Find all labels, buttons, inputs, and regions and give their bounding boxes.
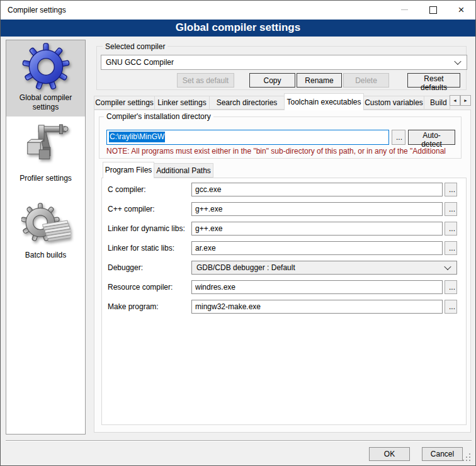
compiler-settings-dialog: Compiler settings × Global compiler sett… [0,0,476,466]
close-button[interactable]: × [447,1,475,19]
field-label: Linker for static libs: [108,241,190,255]
browse-button[interactable]: ... [445,300,457,314]
caliper-icon [21,121,71,171]
reset-defaults-button[interactable]: Reset defaults [407,73,460,88]
debugger-combobox-value: GDB/CDB debugger : Default [196,261,295,274]
tab-compiler-settings[interactable]: Compiler settings [94,96,155,110]
tab-search-directories[interactable]: Search directories [209,96,285,110]
field-label: Resource compiler: [108,280,190,294]
browse-button[interactable]: ... [445,222,457,236]
cpp-compiler-input[interactable] [191,202,443,216]
field-label: C compiler: [108,183,190,196]
sidebar-item-label: Global compiler settings [6,93,85,112]
c-compiler-input[interactable] [191,183,443,196]
field-label: Linker for dynamic libs: [108,222,190,236]
gray-gear-stack-icon [21,201,71,249]
chevron-down-icon [454,58,461,65]
rename-button[interactable]: Rename [297,73,342,88]
compiler-combobox-value: GNU GCC Compiler [106,55,174,69]
cancel-button[interactable]: Cancel [422,447,463,461]
page-title: Global compiler settings [1,20,475,37]
sidebar-item-label: Batch builds [6,251,85,260]
copy-button[interactable]: Copy [249,73,295,88]
field-label: Debugger: [108,261,190,275]
window-title: Compiler settings [8,1,66,20]
selected-compiler-group-label: Selected compiler [103,42,167,51]
blue-gear-icon [22,43,70,91]
settings-category-list: Global compiler settings Profiler settin… [6,40,86,435]
footer-divider [6,440,472,441]
delete-button: Delete [343,73,389,88]
installation-directory-group-label: Compiler's installation directory [104,112,213,121]
tab-toolchain-executables[interactable]: Toolchain executables [284,93,364,110]
install-dir-input[interactable]: C:\raylib\MinGW [106,130,389,145]
ok-button[interactable]: OK [369,447,410,461]
minimize-icon [401,9,408,10]
compiler-combobox[interactable]: GNU GCC Compiler [101,55,467,70]
browse-button[interactable]: ... [445,241,457,255]
browse-button[interactable]: ... [445,183,457,196]
debugger-combobox[interactable]: GDB/CDB debugger : Default [191,261,457,275]
close-icon: × [458,4,465,15]
sidebar-item-label: Profiler settings [6,174,85,183]
auto-detect-button[interactable]: Auto-detect [408,130,455,145]
tab-scroll-right-icon[interactable]: ► [460,95,471,106]
dynamic-linker-input[interactable] [191,222,443,236]
static-linker-input[interactable] [191,241,443,255]
note-text: NOTE: All programs must exist either in … [106,147,467,156]
resize-grip[interactable] [469,460,470,461]
make-program-input[interactable] [191,300,443,314]
tab-linker-settings[interactable]: Linker settings [154,96,210,110]
set-as-default-button: Set as default [177,73,234,88]
field-label: Make program: [108,300,190,314]
browse-button[interactable]: ... [445,280,457,294]
chevron-down-icon [444,263,451,270]
minimize-button [390,1,419,19]
tab-build-options[interactable]: Build [424,96,450,110]
resource-compiler-input[interactable] [191,280,443,294]
maximize-button[interactable] [419,1,447,19]
tab-scroll-left-icon[interactable]: ◄ [450,95,460,106]
subtab-additional-paths[interactable]: Additional Paths [154,163,213,178]
browse-button[interactable]: ... [445,202,457,216]
tab-custom-variables[interactable]: Custom variables [363,96,424,110]
titlebar: Compiler settings × [1,1,475,20]
maximize-icon [429,6,437,14]
field-label: C++ compiler: [108,202,190,216]
install-dir-browse-button[interactable]: ... [392,130,405,145]
subtab-program-files[interactable]: Program Files [103,162,154,178]
install-dir-selected-text: C:\raylib\MinGW [109,132,165,142]
